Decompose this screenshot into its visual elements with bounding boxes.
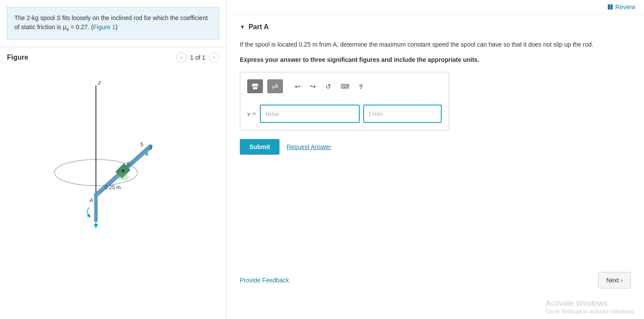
figure-count: 1 of 1 bbox=[190, 54, 205, 61]
answer-box: μÅ ↩ ↪ ↺ ⌨ ? v = bbox=[240, 72, 449, 130]
svg-text:3: 3 bbox=[149, 145, 152, 151]
review-label: Review bbox=[615, 3, 635, 10]
svg-text:0.25 m: 0.25 m bbox=[105, 184, 121, 190]
next-label: Next bbox=[607, 277, 619, 284]
v-label: v = bbox=[247, 110, 256, 118]
svg-text:5: 5 bbox=[140, 142, 143, 148]
figure-nav: ‹ 1 of 1 › bbox=[176, 52, 219, 63]
part-header: ▼ Part A bbox=[240, 23, 631, 31]
undo-button[interactable]: ↩ bbox=[292, 81, 303, 92]
symbol-button[interactable]: μÅ bbox=[267, 79, 283, 93]
next-button[interactable]: Next › bbox=[598, 272, 631, 288]
next-chevron-icon: › bbox=[620, 277, 623, 284]
input-row: v = bbox=[247, 105, 442, 123]
figure-image: z A bbox=[0, 68, 226, 234]
toolbar: μÅ ↩ ↪ ↺ ⌨ ? bbox=[247, 79, 442, 98]
figure-next-button[interactable]: › bbox=[209, 52, 219, 63]
figure-header: Figure ‹ 1 of 1 › bbox=[0, 47, 226, 68]
right-panel: Review ▼ Part A If the spool is located … bbox=[227, 0, 644, 319]
question-text: If the spool is located 0.25 m from A, d… bbox=[240, 40, 631, 49]
provide-feedback-button[interactable]: Provide Feedback bbox=[240, 277, 289, 284]
activate-windows-title: Activate Windows bbox=[546, 299, 635, 308]
svg-text:A: A bbox=[89, 197, 93, 204]
svg-text:S: S bbox=[126, 161, 130, 167]
left-panel: The 2-kg spool S fits loosely on the inc… bbox=[0, 0, 227, 319]
svg-text:4: 4 bbox=[145, 151, 148, 157]
redo-button[interactable]: ↪ bbox=[307, 81, 318, 92]
question-instruction: Express your answer to three significant… bbox=[240, 56, 631, 63]
reset-button[interactable]: ↺ bbox=[323, 81, 334, 92]
svg-marker-5 bbox=[94, 224, 98, 228]
svg-text:z: z bbox=[98, 79, 101, 86]
figure-prev-button[interactable]: ‹ bbox=[176, 52, 187, 63]
collapse-arrow[interactable]: ▼ bbox=[240, 24, 245, 30]
activate-windows-subtitle: Go to Settings to activate Windows. bbox=[546, 308, 635, 315]
value-input[interactable] bbox=[260, 105, 360, 123]
fraction-button[interactable] bbox=[247, 79, 263, 93]
figure-label: Figure bbox=[7, 54, 176, 61]
content-area: ▼ Part A If the spool is located 0.25 m … bbox=[227, 14, 644, 176]
review-icon bbox=[608, 4, 613, 10]
figure-svg: z A bbox=[39, 72, 187, 229]
submit-button[interactable]: Submit bbox=[240, 139, 279, 155]
request-answer-button[interactable]: Request Answer bbox=[286, 143, 331, 150]
part-title: Part A bbox=[249, 23, 269, 31]
problem-text: The 2-kg spool S fits loosely on the inc… bbox=[14, 14, 208, 31]
action-row: Submit Request Answer bbox=[240, 139, 631, 155]
figure-link[interactable]: Figure 1 bbox=[93, 24, 116, 31]
problem-statement: The 2-kg spool S fits loosely on the inc… bbox=[7, 7, 219, 40]
keyboard-button[interactable]: ⌨ bbox=[338, 81, 352, 92]
review-bar: Review bbox=[227, 0, 644, 14]
bottom-row: Provide Feedback Next › bbox=[227, 268, 644, 293]
activate-windows-watermark: Activate Windows Go to Settings to activ… bbox=[546, 299, 635, 315]
review-button[interactable]: Review bbox=[608, 3, 635, 10]
help-button[interactable]: ? bbox=[356, 81, 365, 92]
units-input[interactable] bbox=[363, 105, 442, 123]
